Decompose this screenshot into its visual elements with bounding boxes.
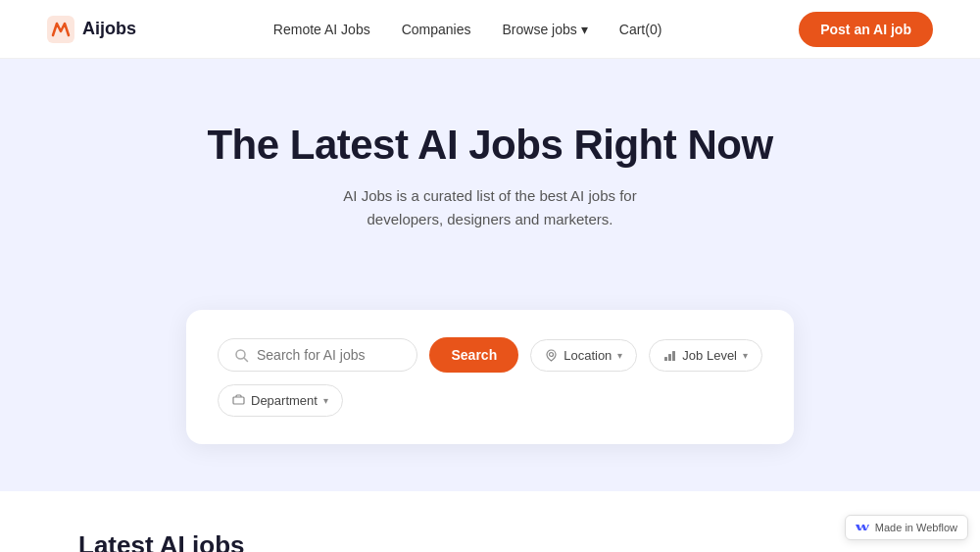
svg-line-2 (244, 358, 248, 362)
logo[interactable]: Aijobs (47, 16, 136, 43)
search-input[interactable] (257, 347, 401, 363)
jobs-section: Latest AI jobs Senior Recruiter (GTM) An… (0, 491, 980, 552)
department-icon (232, 394, 245, 407)
webflow-badge-label: Made in Webflow (875, 522, 957, 533)
search-button[interactable]: Search (429, 337, 518, 373)
chevron-down-icon: ▾ (743, 350, 748, 361)
chevron-down-icon: ▾ (323, 395, 328, 406)
webflow-logo-icon (856, 521, 869, 534)
svg-rect-4 (664, 357, 667, 361)
nav-companies[interactable]: Companies (402, 22, 471, 37)
location-filter[interactable]: Location ▾ (530, 339, 637, 372)
svg-point-3 (550, 352, 554, 356)
search-icon (234, 348, 249, 363)
search-input-wrap[interactable] (218, 338, 417, 372)
department-filter[interactable]: Department ▾ (218, 384, 343, 417)
level-icon (663, 349, 676, 362)
post-job-button[interactable]: Post an AI job (799, 12, 933, 47)
chevron-down-icon: ▾ (617, 350, 622, 361)
nav-remote-ai-jobs[interactable]: Remote AI Jobs (273, 22, 370, 37)
search-section: Search Location ▾ Job Level ▾ (0, 310, 980, 491)
svg-rect-6 (672, 351, 675, 361)
location-icon (545, 349, 558, 362)
navbar: Aijobs Remote AI Jobs Companies Browse j… (0, 0, 980, 59)
nav-links: Remote AI Jobs Companies Browse jobs ▾ C… (273, 22, 662, 37)
level-filter[interactable]: Job Level ▾ (649, 339, 762, 372)
hero-subtext: AI Jobs is a curated list of the best AI… (304, 184, 676, 231)
nav-browse-jobs[interactable]: Browse jobs ▾ (503, 22, 588, 37)
chevron-down-icon: ▾ (581, 22, 588, 37)
hero-section: The Latest AI Jobs Right Now AI Jobs is … (0, 59, 980, 310)
logo-text: Aijobs (82, 19, 136, 39)
webflow-badge: Made in Webflow (845, 515, 968, 540)
hero-heading: The Latest AI Jobs Right Now (47, 122, 933, 169)
svg-rect-7 (233, 397, 244, 404)
svg-rect-5 (668, 354, 671, 361)
logo-icon (47, 16, 74, 43)
search-card: Search Location ▾ Job Level ▾ (186, 310, 794, 444)
cart-link[interactable]: Cart(0) (619, 22, 662, 37)
search-row: Search Location ▾ Job Level ▾ (218, 337, 762, 417)
jobs-heading: Latest AI jobs (78, 530, 902, 552)
